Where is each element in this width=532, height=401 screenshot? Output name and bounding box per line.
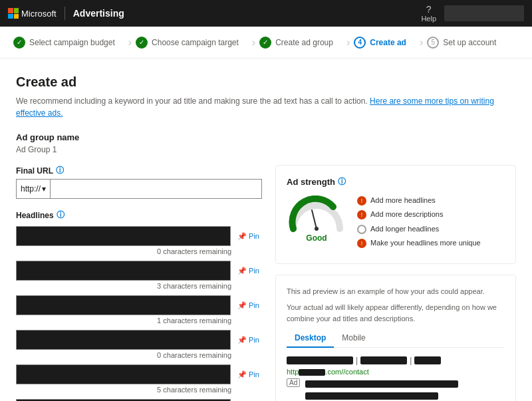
preview-sep: |	[356, 356, 358, 365]
pin-button-5[interactable]: 📌 Pin	[235, 369, 262, 380]
step-budget-label: Select campaign budget	[29, 38, 115, 47]
headline-input-1[interactable]	[16, 226, 231, 246]
ad-strength-info-icon[interactable]: ⓘ	[338, 176, 346, 188]
url-input-row: http:// ▾	[16, 179, 262, 199]
page-title: Create ad	[16, 74, 516, 90]
step-num-icon-setup: 5	[427, 37, 439, 49]
top-nav: Microsoft Advertising ? Help	[0, 0, 532, 27]
main-content: Create ad We recommend including a keywo…	[0, 59, 532, 401]
preview-ad-row: Ad	[287, 378, 505, 401]
headline-input-5[interactable]	[16, 364, 231, 384]
page-desc: We recommend including a keyword in your…	[16, 95, 516, 119]
gauge-label: Good	[306, 233, 327, 243]
pin-icon-3: 📌	[237, 301, 247, 310]
ad-preview-panel: This ad preview is an example of how you…	[275, 275, 516, 401]
step-setup-label: Set up account	[443, 38, 496, 47]
svg-line-0	[312, 210, 317, 229]
preview-url-domain	[299, 369, 325, 376]
step-create-ad[interactable]: 4 Create ad	[354, 37, 416, 49]
step-check-icon-budget: ✓	[13, 37, 25, 49]
pin-icon-4: 📌	[237, 336, 247, 344]
preview-ad-badge: Ad	[287, 378, 300, 387]
final-url-label: Final URL ⓘ	[16, 165, 262, 176]
pin-icon-1: 📌	[237, 232, 247, 241]
tip-text-1: Add more headlines	[370, 196, 436, 205]
help-label: Help	[421, 15, 436, 23]
help-icon: ?	[426, 4, 432, 15]
nav-user-bar[interactable]	[444, 5, 524, 21]
steps-bar: ✓ Select campaign budget › ✓ Choose camp…	[0, 27, 532, 59]
ms-logo-text: Microsoft	[21, 9, 57, 19]
svg-point-1	[315, 227, 319, 231]
final-url-input[interactable]	[50, 179, 262, 199]
step-sep-4: ›	[420, 37, 423, 49]
headline-input-4[interactable]	[16, 330, 231, 350]
headlines-info-icon[interactable]: ⓘ	[57, 209, 65, 221]
tab-desktop[interactable]: Desktop	[287, 329, 334, 348]
chars-2: 3 characters remaining	[16, 282, 262, 290]
step-check-icon-adgroup: ✓	[259, 37, 271, 49]
preview-tabs: Desktop Mobile	[287, 329, 505, 348]
headline-row-1: 📌 Pin 0 characters remaining	[16, 226, 262, 255]
headlines-section: Headlines ⓘ 📌 Pin 0 characters remaini	[16, 209, 262, 401]
pin-label-2: Pin	[249, 267, 259, 275]
protocol-select[interactable]: http:// ▾	[16, 179, 50, 199]
tip-3: Add longer headlines	[357, 224, 505, 234]
step-target-label: Choose campaign target	[152, 38, 239, 47]
gauge-svg	[287, 196, 346, 232]
preview-redacted-desc-1	[305, 380, 458, 388]
left-col: Final URL ⓘ http:// ▾ Headlines	[16, 165, 262, 401]
pin-label-4: Pin	[249, 336, 259, 344]
preview-content: | | http.com//contact Ad	[287, 356, 505, 401]
pin-button-4[interactable]: 📌 Pin	[235, 334, 262, 346]
preview-title-1	[287, 356, 353, 364]
ad-strength-title: Ad strength ⓘ	[287, 176, 505, 188]
final-url-info-icon[interactable]: ⓘ	[56, 165, 64, 176]
tip-4: ! Make your headlines more unique	[357, 238, 505, 248]
chars-4: 0 characters remaining	[16, 351, 262, 359]
ms-logo-grid	[8, 8, 19, 19]
nav-help[interactable]: ? Help	[421, 4, 436, 23]
preview-desc-1: This ad preview is an example of how you…	[287, 286, 505, 297]
step-target[interactable]: ✓ Choose campaign target	[136, 37, 248, 49]
tip-text-2: Add more descriptions	[370, 209, 443, 219]
chars-5: 5 characters remaining	[16, 386, 262, 394]
preview-sep2: |	[410, 356, 412, 365]
headline-row-2: 📌 Pin 3 characters remaining	[16, 261, 262, 290]
pin-button-1[interactable]: 📌 Pin	[235, 231, 262, 242]
pin-label-1: Pin	[249, 232, 259, 240]
pin-button-2[interactable]: 📌 Pin	[235, 265, 262, 277]
step-budget[interactable]: ✓ Select campaign budget	[13, 37, 124, 49]
step-setup[interactable]: 5 Set up account	[427, 37, 505, 49]
final-url-label-text: Final URL	[16, 166, 53, 176]
tip-text-3: Add longer headlines	[370, 224, 439, 234]
pin-icon-5: 📌	[237, 370, 247, 379]
gauge-container: Good ! Add more headlines ! Add more des…	[287, 196, 505, 253]
preview-url-text: http	[287, 368, 299, 376]
pin-button-3[interactable]: 📌 Pin	[235, 300, 262, 311]
gauge-tips: ! Add more headlines ! Add more descript…	[357, 196, 505, 253]
tip-1: ! Add more headlines	[357, 196, 505, 205]
headline-input-3[interactable]	[16, 295, 231, 315]
headline-input-2[interactable]	[16, 261, 231, 281]
step-adgroup-label: Create ad group	[275, 38, 333, 47]
tip-dot-1: !	[357, 196, 366, 205]
step-check-icon-target: ✓	[136, 37, 148, 49]
tip-dot-3	[357, 225, 366, 234]
tab-mobile[interactable]: Mobile	[334, 329, 373, 348]
chars-3: 1 characters remaining	[16, 317, 262, 325]
right-col: Ad strength ⓘ	[275, 165, 516, 401]
tip-dot-2: !	[357, 210, 366, 219]
tip-2: ! Add more descriptions	[357, 209, 505, 219]
step-sep-2: ›	[252, 37, 255, 49]
nav-divider	[65, 7, 65, 20]
step-adgroup[interactable]: ✓ Create ad group	[259, 37, 342, 49]
preview-desc-line-1	[305, 378, 458, 388]
preview-title-3	[414, 356, 441, 364]
ms-logo: Microsoft	[8, 8, 57, 19]
headlines-label-text: Headlines	[16, 211, 54, 220]
page-desc-text: We recommend including a keyword in your…	[16, 96, 368, 106]
preview-url: http.com//contact	[287, 368, 505, 376]
ad-strength-title-text: Ad strength	[287, 177, 335, 187]
ad-group-value: Ad Group 1	[16, 145, 516, 154]
